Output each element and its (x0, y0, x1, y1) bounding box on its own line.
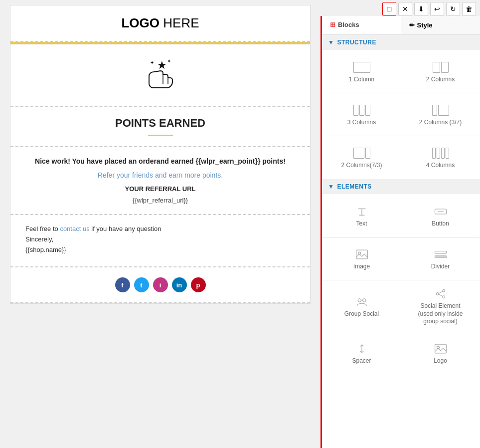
email-text-section: Nice work! You have placed an orderand e… (10, 147, 310, 215)
email-points-section: POINTS EARNED (10, 107, 310, 147)
block-group-social[interactable]: Group Social (322, 280, 401, 332)
elements-grid: Text Button (322, 195, 480, 375)
redo-button[interactable]: ↻ (446, 2, 460, 16)
text-icon (355, 206, 368, 217)
block-3-columns[interactable]: 3 Columns (322, 93, 401, 136)
email-preview: LOGO HERE ★ ✦ ✦ (0, 0, 320, 448)
svg-text:★: ★ (157, 59, 167, 71)
facebook-icon[interactable]: f (115, 277, 130, 292)
block-spacer-label: Spacer (352, 357, 371, 365)
block-4-columns-label: 4 Columns (426, 162, 455, 170)
block-1-column[interactable]: 1 Column (322, 50, 401, 93)
email-sincerely: Sincerely, (25, 235, 295, 243)
instagram-icon[interactable]: i (153, 277, 168, 292)
tab-style[interactable]: ✏ Style (401, 16, 480, 34)
block-text[interactable]: Text (322, 195, 401, 237)
structure-label: STRUCTURE (337, 39, 376, 46)
email-footer-section: f t i in p (10, 267, 310, 303)
twitter-icon[interactable]: t (134, 277, 149, 292)
email-body-link: Refer your friends and earn more points. (30, 171, 290, 179)
block-3-columns-label: 3 Columns (347, 119, 376, 127)
download-button[interactable]: ⬇ (414, 2, 428, 16)
block-button-label: Button (432, 220, 449, 228)
button-icon (434, 206, 447, 217)
block-1-column-label: 1 Column (349, 76, 374, 84)
svg-rect-12 (435, 251, 446, 253)
email-contact-line1: Feel free to contact us if you have any … (25, 225, 295, 232)
linkedin-icon[interactable]: in (172, 277, 187, 292)
tab-blocks[interactable]: ⊞ Blocks (322, 16, 401, 34)
block-logo[interactable]: Logo (401, 332, 480, 375)
svg-rect-10 (356, 250, 367, 259)
email-container: LOGO HERE ★ ✦ ✦ (10, 5, 311, 304)
block-social-element-label: Social Element (used only inside group s… (418, 302, 463, 326)
2-columns-73-icon (353, 148, 370, 159)
image-icon (355, 249, 368, 260)
structure-grid: 1 Column 2 Columns 3 Columns (322, 50, 480, 179)
4-columns-icon (432, 148, 449, 159)
block-divider-label: Divider (431, 263, 450, 271)
block-2-columns[interactable]: 2 Columns (401, 50, 480, 93)
panel-tabs: ⊞ Blocks ✏ Style (322, 16, 480, 35)
block-divider[interactable]: Divider (401, 237, 480, 280)
block-spacer[interactable]: Spacer (322, 332, 401, 375)
block-text-label: Text (356, 220, 367, 228)
email-icon-section: ★ ✦ ✦ (10, 44, 310, 107)
email-referral-url: {{wlpr_referral_url}} (30, 197, 290, 204)
structure-arrow-icon: ▼ (328, 39, 334, 46)
block-button[interactable]: Button (401, 195, 480, 237)
style-pencil-icon: ✏ (409, 21, 415, 29)
logo-icon (434, 343, 447, 354)
block-4-columns[interactable]: 4 Columns (401, 136, 480, 179)
social-icons-group: f t i in p (20, 277, 300, 292)
pinterest-icon[interactable]: p (191, 277, 206, 292)
elements-label: ELEMENTS (337, 183, 371, 190)
blocks-grid-icon: ⊞ (330, 21, 335, 28)
block-2-columns-73-label: 2 Columns(7/3) (341, 162, 382, 170)
group-social-icon (355, 296, 368, 307)
3-columns-icon (353, 105, 370, 116)
email-logo-text: LOGO HERE (121, 15, 199, 30)
block-image-label: Image (353, 263, 370, 271)
elements-arrow-icon: ▼ (328, 183, 334, 190)
star-hand-icon: ★ ✦ ✦ (23, 57, 298, 93)
undo-button[interactable]: ↩ (430, 2, 444, 16)
svg-point-19 (436, 293, 439, 295)
svg-rect-24 (435, 345, 446, 354)
svg-text:✦: ✦ (150, 60, 154, 65)
spacer-icon (355, 343, 368, 354)
email-body-bold: Nice work! You have placed an orderand e… (30, 157, 290, 165)
email-points-underline (148, 135, 173, 136)
svg-point-20 (442, 296, 445, 298)
email-logo-section: LOGO HERE (10, 5, 310, 42)
block-image[interactable]: Image (322, 237, 401, 280)
email-points-title: POINTS EARNED (20, 117, 300, 130)
block-2-columns-73[interactable]: 2 Columns(7/3) (322, 136, 401, 179)
divider-icon (434, 249, 447, 260)
svg-point-16 (362, 298, 365, 301)
right-panel: ⊞ Blocks ✏ Style ▼ STRUCTURE 1 Column (320, 16, 480, 448)
svg-rect-14 (435, 256, 446, 257)
block-2-columns-label: 2 Columns (426, 76, 455, 84)
trash-button[interactable]: 🗑 (462, 2, 476, 16)
delete-x-button[interactable]: ✕ (398, 2, 412, 16)
svg-text:✦: ✦ (167, 58, 171, 64)
block-social-element[interactable]: Social Element (used only inside group s… (401, 280, 480, 332)
svg-line-21 (439, 291, 443, 293)
social-element-icon (434, 288, 447, 299)
2-columns-icon (433, 62, 449, 73)
1-column-icon (353, 62, 370, 73)
select-button[interactable]: □ (382, 2, 396, 16)
email-referral-label: YOUR REFERRAL URL (30, 185, 290, 193)
svg-line-22 (439, 294, 443, 296)
block-2-columns-37-label: 2 Columns (3/7) (419, 119, 462, 127)
svg-point-18 (442, 289, 445, 292)
block-2-columns-37[interactable]: 2 Columns (3/7) (401, 93, 480, 136)
structure-section-header[interactable]: ▼ STRUCTURE (322, 35, 480, 50)
2-columns-37-icon (432, 105, 449, 116)
email-shop-name: {{shop.name}} (25, 246, 295, 253)
elements-section-header[interactable]: ▼ ELEMENTS (322, 179, 480, 194)
email-contact-section: Feel free to contact us if you have any … (10, 215, 310, 267)
block-logo-label: Logo (434, 357, 447, 365)
contact-link[interactable]: contact us (60, 225, 89, 232)
